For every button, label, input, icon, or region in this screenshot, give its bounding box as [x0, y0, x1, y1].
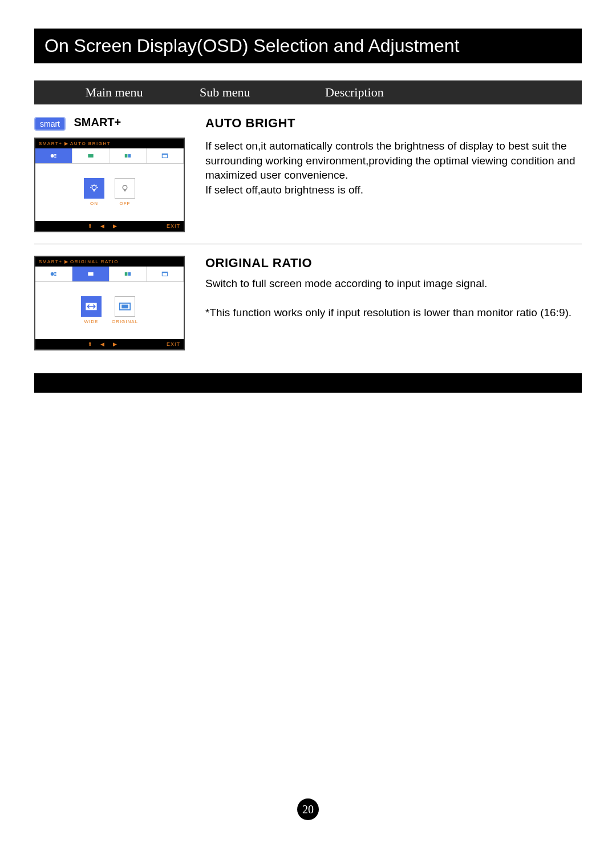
- tab-ratio-icon: [72, 148, 110, 163]
- osd-option-label: OFF: [115, 201, 135, 206]
- osd-breadcrumb: SMART+▶AUTO BRIGHT: [35, 139, 184, 148]
- svg-rect-5: [162, 154, 167, 155]
- tab-ratio-icon: [72, 267, 110, 281]
- svg-point-10: [51, 272, 54, 276]
- tab-web-icon: [147, 148, 184, 163]
- osd-footer: ⬆ ◀ ▶ EXIT: [35, 339, 184, 349]
- osd-tabs: [35, 267, 184, 282]
- svg-rect-2: [125, 154, 128, 158]
- svg-rect-1: [88, 154, 93, 158]
- header-sub: Sub menu: [194, 83, 319, 102]
- page-title: On Screen Display(OSD) Selection and Adj…: [34, 29, 582, 63]
- osd-tabs: [35, 148, 184, 164]
- crumb-part: AUTO BRIGHT: [70, 141, 111, 146]
- osd-breadcrumb: SMART+▶ORIGINAL RATIO: [35, 257, 184, 267]
- tab-dual-icon: [110, 267, 147, 281]
- crumb-part: SMART+: [39, 259, 63, 264]
- osd-option-original: ORIGINAL: [112, 296, 138, 324]
- desc-text: If select on,it automatically controls t…: [205, 139, 582, 183]
- submenu-title-auto-bright: AUTO BRIGHT: [205, 116, 582, 131]
- desc-text: *This function works only if input resol…: [205, 305, 582, 320]
- osd-option-off: OFF: [115, 178, 135, 206]
- smart-badge-icon: smart: [34, 117, 66, 131]
- header-main: Main menu: [34, 83, 194, 102]
- svg-point-0: [51, 154, 54, 158]
- desc-text: If select off,auto brightness is off.: [205, 183, 582, 197]
- submenu-title-original-ratio: ORIGINAL RATIO: [205, 256, 582, 271]
- desc-text: Switch to full screen mode according to …: [205, 276, 582, 291]
- divider-band: [34, 373, 582, 393]
- osd-option-wide: WIDE: [81, 296, 102, 324]
- osd-screenshot-original-ratio: SMART+▶ORIGINAL RATIO WIDE: [34, 256, 185, 350]
- osd-option-label: ON: [84, 201, 104, 206]
- tab-auto-bright-icon: [35, 267, 72, 281]
- crumb-part: ORIGINAL RATIO: [70, 259, 119, 264]
- osd-option-label: WIDE: [81, 319, 102, 324]
- svg-rect-3: [128, 154, 131, 158]
- header-desc: Description: [319, 83, 582, 102]
- osd-nav-icons: ⬆ ◀ ▶: [39, 341, 167, 347]
- tab-dual-icon: [110, 148, 147, 163]
- main-menu-cell: smart SMART+: [34, 116, 200, 131]
- section-auto-bright: smart SMART+ SMART+▶AUTO BRIGHT: [34, 104, 582, 232]
- osd-option-on: ON: [84, 178, 104, 206]
- osd-screenshot-auto-bright: SMART+▶AUTO BRIGHT ON: [34, 138, 185, 232]
- svg-point-8: [123, 185, 127, 190]
- osd-option-label: ORIGINAL: [112, 319, 138, 324]
- svg-rect-9: [124, 190, 126, 192]
- crumb-part: SMART+: [39, 141, 63, 146]
- svg-rect-11: [88, 272, 93, 276]
- page-number: 20: [297, 798, 319, 820]
- osd-footer: ⬆ ◀ ▶ EXIT: [35, 221, 184, 231]
- svg-point-6: [92, 185, 96, 190]
- osd-exit-label: EXIT: [167, 341, 180, 347]
- main-menu-label: SMART+: [74, 116, 121, 128]
- svg-rect-18: [121, 305, 128, 309]
- tab-auto-bright-icon: [35, 148, 72, 163]
- osd-nav-icons: ⬆ ◀ ▶: [39, 223, 167, 229]
- svg-rect-7: [94, 190, 95, 192]
- tab-web-icon: [147, 267, 184, 281]
- osd-exit-label: EXIT: [167, 223, 180, 229]
- svg-rect-12: [125, 272, 128, 276]
- section-original-ratio: SMART+▶ORIGINAL RATIO WIDE: [34, 244, 582, 350]
- svg-rect-15: [162, 272, 167, 273]
- column-headers: Main menu Sub menu Description: [34, 80, 582, 104]
- svg-rect-13: [128, 272, 131, 276]
